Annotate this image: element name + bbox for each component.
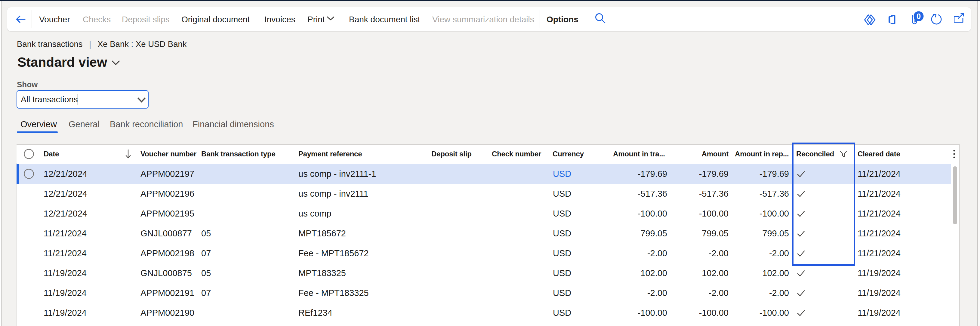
svg-text:0: 0 — [916, 12, 921, 21]
